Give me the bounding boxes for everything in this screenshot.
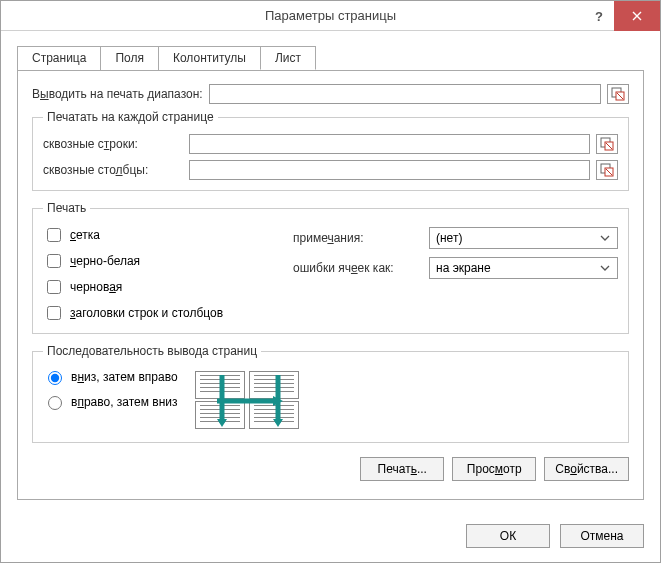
close-button[interactable] bbox=[614, 1, 660, 31]
notes-select-value: (нет) bbox=[436, 231, 462, 245]
properties-button[interactable]: Свойства... bbox=[544, 457, 629, 481]
page-order-icon bbox=[192, 368, 302, 432]
down-then-over-radio[interactable]: вниз, затем вправо bbox=[43, 368, 178, 385]
collapse-dialog-icon bbox=[600, 163, 614, 177]
print-button[interactable]: Печать... bbox=[360, 457, 444, 481]
page-order-fieldset: Последовательность вывода страниц вниз, … bbox=[32, 344, 629, 443]
tab-panel-sheet: Выводить на печать диапазон: Печатать на… bbox=[17, 70, 644, 500]
tab-sheet[interactable]: Лист bbox=[260, 46, 316, 70]
print-area-label: Выводить на печать диапазон: bbox=[32, 87, 203, 101]
repeat-cols-ref-button[interactable] bbox=[596, 160, 618, 180]
print-legend: Печать bbox=[43, 201, 90, 215]
chevron-down-icon bbox=[597, 235, 613, 241]
repeat-rows-label: сквозные строки: bbox=[43, 137, 183, 151]
preview-button[interactable]: Просмотр bbox=[452, 457, 536, 481]
errors-label: ошибки ячеек как: bbox=[293, 261, 423, 275]
repeat-cols-label: сквозные столбцы: bbox=[43, 163, 183, 177]
over-then-down-radio[interactable]: вправо, затем вниз bbox=[43, 393, 178, 410]
chevron-down-icon bbox=[597, 265, 613, 271]
close-icon bbox=[632, 11, 642, 21]
tab-headers[interactable]: Колонтитулы bbox=[158, 46, 261, 70]
dialog-title: Параметры страницы bbox=[1, 8, 660, 23]
notes-label: примечания: bbox=[293, 231, 423, 245]
print-area-ref-button[interactable] bbox=[607, 84, 629, 104]
ok-button[interactable]: ОК bbox=[466, 524, 550, 548]
repeat-legend: Печатать на каждой странице bbox=[43, 110, 218, 124]
errors-select-value: на экране bbox=[436, 261, 491, 275]
page-order-legend: Последовательность вывода страниц bbox=[43, 344, 261, 358]
collapse-dialog-icon bbox=[611, 87, 625, 101]
repeat-rows-ref-button[interactable] bbox=[596, 134, 618, 154]
repeat-rows-input[interactable] bbox=[189, 134, 590, 154]
headings-checkbox[interactable]: заголовки строк и столбцов bbox=[43, 303, 273, 323]
draft-checkbox[interactable]: черновая bbox=[43, 277, 273, 297]
print-area-input[interactable] bbox=[209, 84, 601, 104]
page-setup-dialog: Параметры страницы ? Страница Поля Колон… bbox=[0, 0, 661, 563]
tabs: Страница Поля Колонтитулы Лист bbox=[17, 46, 644, 71]
errors-select[interactable]: на экране bbox=[429, 257, 618, 279]
repeat-fieldset: Печатать на каждой странице сквозные стр… bbox=[32, 110, 629, 191]
notes-select[interactable]: (нет) bbox=[429, 227, 618, 249]
repeat-cols-input[interactable] bbox=[189, 160, 590, 180]
tab-fields[interactable]: Поля bbox=[100, 46, 159, 70]
cancel-button[interactable]: Отмена bbox=[560, 524, 644, 548]
print-fieldset: Печать сетка черно-белая черновая заголо… bbox=[32, 201, 629, 334]
gridlines-checkbox[interactable]: сетка bbox=[43, 225, 273, 245]
collapse-dialog-icon bbox=[600, 137, 614, 151]
help-button[interactable]: ? bbox=[584, 1, 614, 31]
tab-page[interactable]: Страница bbox=[17, 46, 101, 70]
black-white-checkbox[interactable]: черно-белая bbox=[43, 251, 273, 271]
titlebar: Параметры страницы ? bbox=[1, 1, 660, 31]
